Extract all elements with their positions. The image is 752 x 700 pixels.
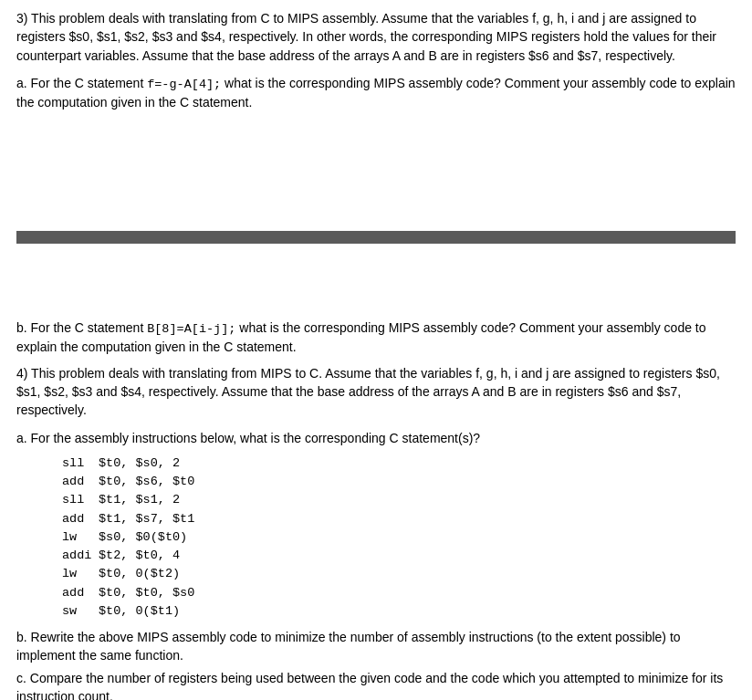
section-4: 4) This problem deals with translating f…: [16, 364, 736, 420]
asm-args-1: $t0, $s0, 2: [99, 454, 180, 473]
answer-area-3a-below: [16, 256, 736, 311]
asm-args-7: $t0, 0($t2): [99, 565, 180, 583]
asm-line-1: sll $t0, $s0, 2: [62, 454, 736, 473]
part-a-code: f=-g-A[4];: [147, 78, 221, 91]
assembly-code-block: sll $t0, $s0, 2 add $t0, $s6, $t0 sll $t…: [62, 454, 736, 621]
asm-line-6: addi $t2, $t0, 4: [62, 547, 736, 565]
asm-args-5: $s0, $0($t0): [99, 528, 187, 547]
asm-op-8: add: [62, 584, 99, 602]
section-3-part-a-text: a. For the C statement f=-g-A[4]; what i…: [16, 74, 736, 112]
asm-args-4: $t1, $s7, $t1: [99, 510, 194, 528]
asm-op-2: add: [62, 473, 99, 491]
section-3-part-a: a. For the C statement f=-g-A[4]; what i…: [16, 74, 736, 112]
asm-args-9: $t0, 0($t1): [99, 602, 180, 621]
section-4-part-c: c. Compare the number of registers being…: [16, 669, 736, 700]
section-4-part-a-question: a. For the assembly instructions below, …: [16, 429, 736, 447]
asm-line-2: add $t0, $s6, $t0: [62, 473, 736, 491]
section-3: 3) This problem deals with translating f…: [16, 9, 736, 65]
asm-op-7: lw: [62, 565, 99, 583]
section-4-bottom: b. Rewrite the above MIPS assembly code …: [16, 628, 736, 700]
section-3-part-b-text: b. For the C statement B[8]=A[i-j]; what…: [16, 319, 736, 357]
section-4-part-a: a. For the assembly instructions below, …: [16, 429, 736, 447]
asm-args-6: $t2, $t0, 4: [99, 547, 180, 565]
asm-line-4: add $t1, $s7, $t1: [62, 510, 736, 528]
asm-args-8: $t0, $t0, $s0: [99, 584, 194, 602]
asm-args-3: $t1, $s1, 2: [99, 491, 180, 509]
part-b-code: B[8]=A[i-j];: [147, 322, 235, 336]
asm-line-5: lw $s0, $0($t0): [62, 528, 736, 547]
asm-op-5: lw: [62, 528, 99, 547]
section-4-part-b: b. Rewrite the above MIPS assembly code …: [16, 628, 736, 665]
asm-line-9: sw $t0, 0($t1): [62, 602, 736, 621]
section-3-part-b: b. For the C statement B[8]=A[i-j]; what…: [16, 319, 736, 357]
section-4-intro: 4) This problem deals with translating f…: [16, 364, 736, 420]
answer-area-3a: [16, 120, 736, 220]
asm-op-9: sw: [62, 602, 99, 621]
asm-op-3: sll: [62, 491, 99, 509]
asm-args-2: $t0, $s6, $t0: [99, 473, 194, 491]
asm-line-3: sll $t1, $s1, 2: [62, 491, 736, 509]
asm-line-8: add $t0, $t0, $s0: [62, 584, 736, 602]
section-3-intro: 3) This problem deals with translating f…: [16, 9, 736, 65]
divider-bar: [16, 231, 736, 244]
asm-op-1: sll: [62, 454, 99, 473]
asm-op-4: add: [62, 510, 99, 528]
page-container: 3) This problem deals with translating f…: [0, 0, 752, 700]
asm-line-7: lw $t0, 0($t2): [62, 565, 736, 583]
asm-op-6: addi: [62, 547, 99, 565]
part-b-prefix: b. For the C statement: [16, 320, 147, 335]
part-a-prefix: a. For the C statement: [16, 76, 147, 90]
